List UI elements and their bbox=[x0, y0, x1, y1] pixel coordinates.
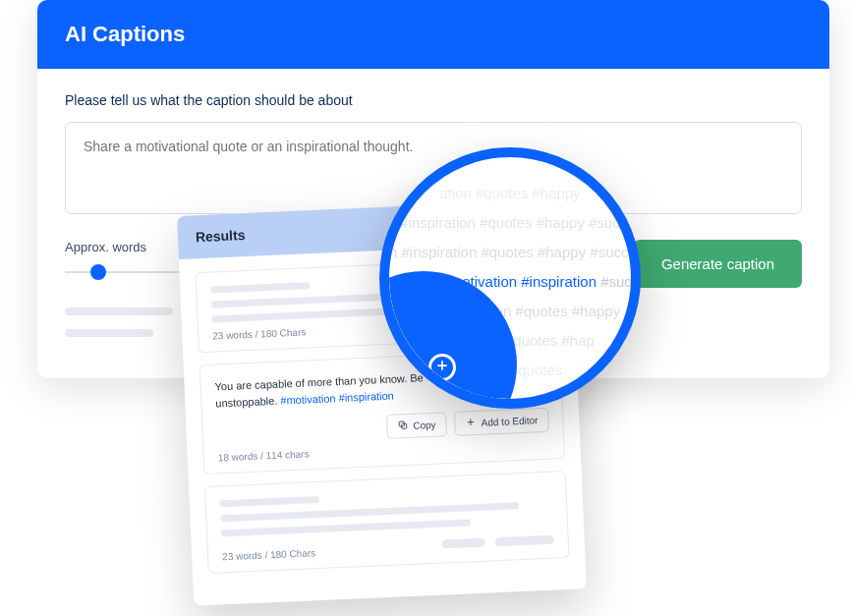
result-text-line: unstoppable. bbox=[215, 395, 281, 410]
generate-caption-button[interactable]: Generate caption bbox=[634, 240, 802, 288]
hashtag-line: #inspiration #quotes #happy #suc bbox=[389, 208, 631, 238]
plus-icon bbox=[435, 359, 449, 376]
copy-button[interactable]: Copy bbox=[386, 412, 447, 439]
hashtag-line: ation #quotes #happy bbox=[389, 179, 631, 208]
add-to-editor-button[interactable]: Add to Editor bbox=[454, 408, 549, 436]
add-hashtags-button[interactable] bbox=[428, 354, 456, 381]
hashtag-line: n #inspiration #quotes #happy #succe bbox=[389, 238, 631, 267]
placeholder-line bbox=[65, 308, 173, 315]
magnifier-content: ation #quotes #happy #inspiration #quote… bbox=[389, 157, 631, 399]
placeholder-actions bbox=[441, 531, 554, 553]
result-meta: 23 words / 180 Chars bbox=[222, 547, 315, 562]
magnifier-lens: ation #quotes #happy #inspiration #quote… bbox=[379, 147, 641, 409]
placeholder-line bbox=[65, 329, 153, 337]
hashtag-gray: #succ bbox=[596, 273, 631, 290]
add-label: Add to Editor bbox=[481, 415, 538, 428]
placeholder-line bbox=[220, 496, 320, 507]
copy-label: Copy bbox=[413, 420, 436, 431]
placeholder-line bbox=[210, 282, 311, 293]
placeholder-pill bbox=[495, 535, 554, 547]
result-card: 23 words / 180 Chars bbox=[204, 471, 570, 574]
prompt-label: Please tell us what the caption should b… bbox=[65, 92, 802, 108]
dialog-title: AI Captions bbox=[65, 22, 185, 46]
plus-icon bbox=[465, 417, 477, 429]
result-hashtags: #motivation #inspiration bbox=[280, 390, 394, 407]
slider-thumb[interactable] bbox=[90, 264, 106, 280]
placeholder-line bbox=[221, 519, 471, 536]
dialog-header: AI Captions bbox=[37, 0, 829, 69]
copy-icon bbox=[397, 420, 409, 432]
placeholder-pill bbox=[441, 538, 484, 549]
